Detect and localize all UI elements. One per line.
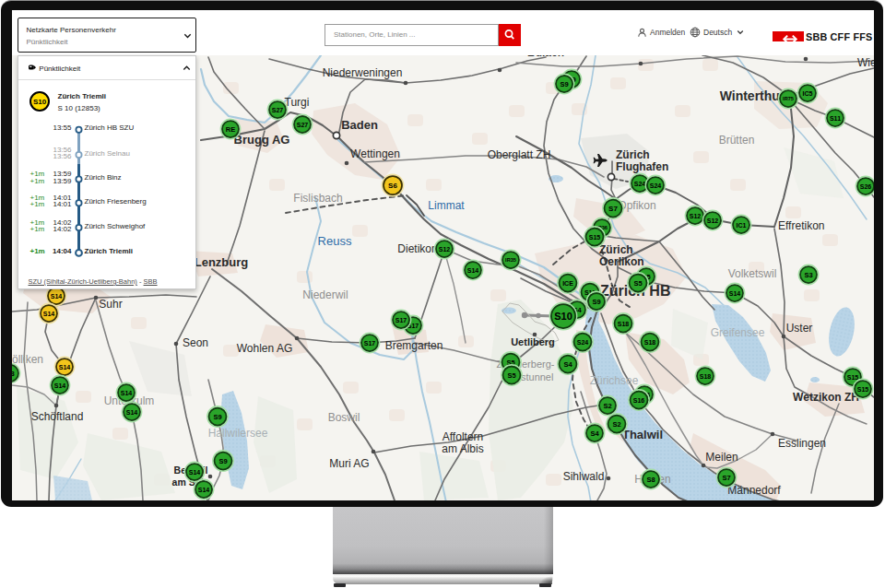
- svg-text:Schöftland: Schöftland: [31, 410, 84, 423]
- svg-text:S27: S27: [297, 122, 309, 128]
- svg-text:S15: S15: [857, 386, 869, 393]
- svg-text:Wetzikon ZH: Wetzikon ZH: [793, 391, 859, 404]
- svg-text:Greifensee: Greifensee: [711, 326, 765, 339]
- svg-text:Bremgarten: Bremgarten: [385, 339, 443, 352]
- svg-text:S2: S2: [603, 402, 611, 410]
- svg-text:Uster: Uster: [786, 322, 813, 335]
- svg-text:Oerlikon: Oerlikon: [599, 255, 644, 268]
- svg-text:S17: S17: [395, 317, 407, 323]
- svg-text:S24: S24: [650, 182, 662, 189]
- svg-text:S5: S5: [507, 371, 515, 380]
- svg-text:S14: S14: [121, 390, 133, 396]
- svg-text:S14: S14: [189, 469, 201, 476]
- svg-text:S9: S9: [213, 413, 221, 421]
- svg-text:S12: S12: [707, 218, 719, 224]
- svg-text:S4: S4: [563, 360, 572, 369]
- svg-text:S14: S14: [198, 487, 210, 493]
- svg-text:Volketswil: Volketswil: [728, 267, 777, 280]
- svg-text:Oberglatt ZH: Oberglatt ZH: [488, 148, 551, 161]
- svg-text:Esslingen: Esslingen: [778, 437, 826, 450]
- svg-text:IR35: IR35: [505, 257, 516, 263]
- svg-text:S12: S12: [690, 213, 702, 219]
- svg-text:Brütten: Brütten: [719, 134, 755, 147]
- svg-text:S14: S14: [729, 290, 741, 297]
- svg-text:IC5: IC5: [803, 90, 813, 97]
- svg-text:S18: S18: [700, 373, 712, 380]
- svg-text:Thalwil: Thalwil: [622, 428, 663, 441]
- svg-text:S16: S16: [633, 397, 645, 404]
- svg-text:Sihlwald: Sihlwald: [563, 470, 605, 483]
- svg-text:S3: S3: [804, 271, 812, 279]
- svg-text:IR75: IR75: [783, 96, 794, 101]
- svg-text:S11: S11: [830, 115, 841, 122]
- svg-text:Wiesendangen: Wiesendangen: [857, 56, 874, 69]
- svg-text:Fislisbach: Fislisbach: [293, 192, 342, 205]
- svg-text:S18: S18: [618, 321, 630, 327]
- svg-text:Winterthur: Winterthur: [720, 88, 785, 103]
- svg-text:S18: S18: [644, 339, 656, 346]
- svg-text:Boswil: Boswil: [328, 411, 360, 424]
- svg-text:Affoltern: Affoltern: [442, 430, 483, 443]
- svg-text:S15: S15: [847, 374, 859, 381]
- svg-text:Hallwilersee: Hallwilersee: [208, 427, 268, 440]
- svg-text:Suhr: Suhr: [99, 298, 122, 311]
- svg-text:S8: S8: [12, 370, 15, 378]
- svg-text:S26: S26: [860, 183, 872, 190]
- svg-text:Wohlen AG: Wohlen AG: [237, 342, 292, 355]
- svg-text:Kölliken: Kölliken: [12, 353, 43, 366]
- svg-text:S12: S12: [439, 246, 451, 253]
- svg-text:Brugg AG: Brugg AG: [234, 133, 290, 147]
- svg-text:Wettingen: Wettingen: [350, 147, 400, 160]
- svg-text:Muri AG: Muri AG: [329, 457, 369, 470]
- svg-text:Zürich: Zürich: [616, 148, 650, 161]
- svg-text:Effretikon: Effretikon: [778, 219, 824, 232]
- svg-text:Uetliberg: Uetliberg: [511, 336, 555, 347]
- svg-text:Lenzburg: Lenzburg: [195, 255, 249, 269]
- svg-text:S8: S8: [646, 476, 655, 484]
- svg-text:S15: S15: [589, 234, 601, 241]
- svg-text:S14: S14: [43, 311, 55, 317]
- svg-text:S9: S9: [592, 298, 600, 306]
- svg-text:am Albis: am Albis: [442, 442, 483, 455]
- svg-text:Flughafen: Flughafen: [616, 160, 668, 173]
- svg-text:S9: S9: [218, 457, 227, 465]
- svg-text:S14: S14: [54, 382, 66, 389]
- svg-text:Seon: Seon: [183, 336, 208, 349]
- svg-text:Turgi: Turgi: [285, 96, 310, 109]
- svg-text:S10: S10: [554, 311, 572, 322]
- svg-text:RE: RE: [226, 125, 235, 134]
- svg-text:Niederweningen: Niederweningen: [323, 66, 403, 79]
- svg-text:S24: S24: [634, 181, 646, 187]
- svg-text:S2: S2: [612, 420, 620, 429]
- svg-text:ICE: ICE: [562, 280, 573, 287]
- svg-text:S5: S5: [633, 279, 642, 288]
- svg-text:Limmat: Limmat: [428, 199, 465, 212]
- svg-text:S24: S24: [577, 339, 589, 346]
- svg-text:S10: S10: [32, 98, 46, 106]
- svg-text:S14: S14: [51, 293, 63, 300]
- svg-text:S7: S7: [722, 474, 730, 482]
- svg-text:Männedorf: Männedorf: [727, 484, 781, 497]
- svg-text:Zürich: Zürich: [599, 243, 633, 256]
- svg-text:Zürichsee: Zürichsee: [590, 374, 639, 387]
- svg-text:Meilen: Meilen: [705, 451, 738, 464]
- svg-text:IC1: IC1: [737, 222, 747, 229]
- svg-text:S7: S7: [608, 205, 618, 213]
- svg-text:Baden: Baden: [341, 118, 378, 132]
- svg-text:Dietikon: Dietikon: [397, 242, 437, 255]
- svg-text:S27: S27: [272, 107, 284, 113]
- svg-text:S14: S14: [467, 267, 479, 274]
- svg-text:S6: S6: [388, 182, 397, 190]
- svg-text:Niederwil: Niederwil: [302, 288, 348, 301]
- svg-text:Reuss: Reuss: [318, 234, 352, 248]
- svg-text:S4: S4: [590, 429, 599, 438]
- svg-text:S9: S9: [560, 80, 568, 88]
- svg-text:S17: S17: [364, 340, 376, 347]
- svg-text:S14: S14: [59, 364, 71, 370]
- svg-text:Bülach: Bülach: [527, 55, 564, 59]
- svg-text:S14: S14: [126, 409, 138, 416]
